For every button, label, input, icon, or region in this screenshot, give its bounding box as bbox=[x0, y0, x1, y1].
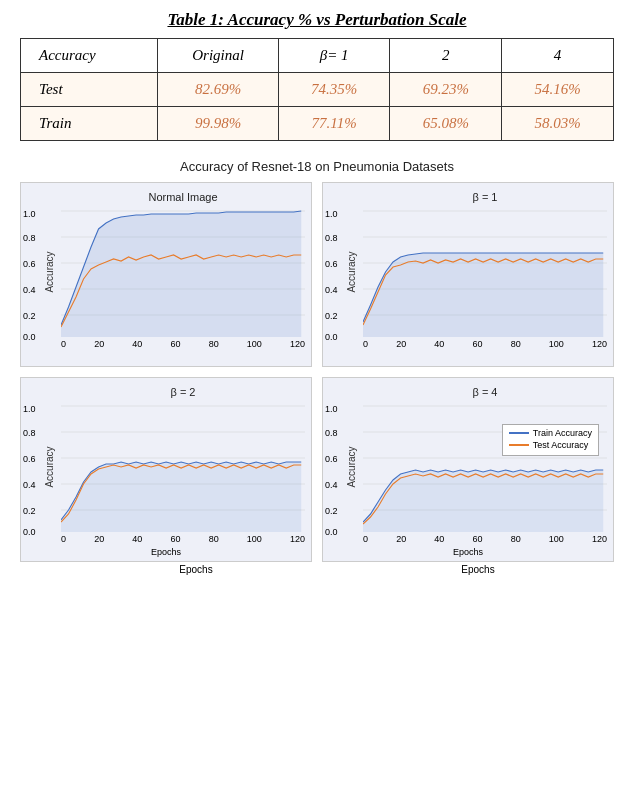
x-axis-label-bottom-left: Epochs bbox=[60, 564, 332, 575]
chart-beta2: β = 2 Accuracy 1.0 0.8 0.6 0.4 0.2 0.0 bbox=[20, 377, 312, 562]
chart-section-title: Accuracy of Resnet-18 on Pneumonia Datas… bbox=[20, 159, 614, 174]
chart-beta2-title: β = 2 bbox=[61, 386, 305, 398]
charts-grid: Normal Image Accuracy 1.0 0.8 bbox=[20, 182, 614, 562]
chart-legend: Train Accuracy Test Accuracy bbox=[502, 424, 599, 456]
train-beta1: 77.11% bbox=[278, 107, 390, 141]
x-axis-label-2: Epochs bbox=[151, 547, 181, 557]
header-accuracy: Accuracy bbox=[21, 39, 158, 73]
header-beta1: β= 1 bbox=[278, 39, 390, 73]
table-row-train: Train 99.98% 77.11% 65.08% 58.03% bbox=[21, 107, 614, 141]
legend-test-label: Test Accuracy bbox=[533, 440, 589, 450]
legend-test-line bbox=[509, 444, 529, 446]
chart-normal-area: Accuracy 1.0 0.8 0.6 0.4 bbox=[61, 207, 305, 337]
row-label-train: Train bbox=[21, 107, 158, 141]
accuracy-table: Accuracy Original β= 1 2 4 Test 82.69% 7… bbox=[20, 38, 614, 141]
test-beta4: 54.16% bbox=[502, 73, 614, 107]
y-axis-label-0: Accuracy bbox=[44, 251, 55, 292]
chart-beta1-area: Accuracy 1.0 0.8 0.6 0.4 0.2 0.0 bbox=[363, 207, 607, 337]
header-2: 2 bbox=[390, 39, 502, 73]
table-title: Table 1: Accuracy % vs Perturbation Scal… bbox=[20, 10, 614, 30]
train-original: 99.98% bbox=[158, 107, 278, 141]
header-4: 4 bbox=[502, 39, 614, 73]
table-row-test: Test 82.69% 74.35% 69.23% 54.16% bbox=[21, 73, 614, 107]
table-header-row: Accuracy Original β= 1 2 4 bbox=[21, 39, 614, 73]
legend-train-line bbox=[509, 432, 529, 434]
svg-marker-20 bbox=[61, 462, 301, 532]
chart-beta1: β = 1 Accuracy 1.0 0.8 0.6 0.4 0.2 0.0 bbox=[322, 182, 614, 367]
y-axis-label-3: Accuracy bbox=[346, 446, 357, 487]
chart-normal: Normal Image Accuracy 1.0 0.8 bbox=[20, 182, 312, 367]
header-original: Original bbox=[158, 39, 278, 73]
y-axis-label-2: Accuracy bbox=[44, 446, 55, 487]
test-beta2: 69.23% bbox=[390, 73, 502, 107]
y-axis-label-1: Accuracy bbox=[346, 251, 357, 292]
x-axis-label-3: Epochs bbox=[453, 547, 483, 557]
train-beta2: 65.08% bbox=[390, 107, 502, 141]
chart-beta4-title: β = 4 bbox=[363, 386, 607, 398]
train-beta4: 58.03% bbox=[502, 107, 614, 141]
chart-beta4: β = 4 Accuracy Train Accuracy bbox=[322, 377, 614, 562]
row-label-test: Test bbox=[21, 73, 158, 107]
test-beta1: 74.35% bbox=[278, 73, 390, 107]
chart-beta4-area: Accuracy Train Accuracy bbox=[363, 402, 607, 532]
test-original: 82.69% bbox=[158, 73, 278, 107]
chart-beta2-area: Accuracy 1.0 0.8 0.6 0.4 0.2 0.0 bbox=[61, 402, 305, 532]
chart-normal-title: Normal Image bbox=[61, 191, 305, 203]
chart-beta1-title: β = 1 bbox=[363, 191, 607, 203]
legend-train-label: Train Accuracy bbox=[533, 428, 592, 438]
x-axis-label-bottom-right: Epochs bbox=[342, 564, 614, 575]
